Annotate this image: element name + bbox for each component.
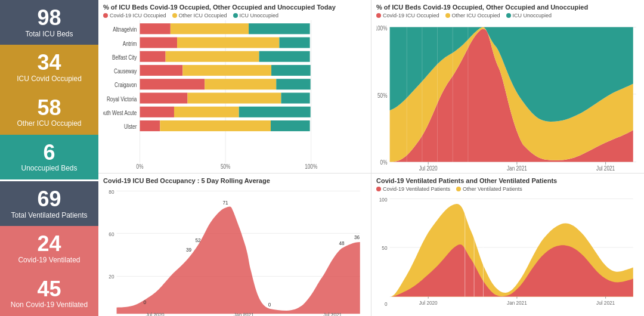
legend-label-other-icu-tr: Other ICU Occupied [452,13,500,18]
svg-text:0: 0 [143,300,146,305]
stacked-bar-chart: 0% 50% 100% Altnagelvin [103,20,366,171]
legend-other-vent: Other Ventilated Patients [456,186,522,192]
legend-label-other-vent: Other Ventilated Patients [463,186,522,192]
svg-text:0: 0 [385,302,388,307]
svg-text:100%: 100% [376,24,388,32]
svg-text:0%: 0% [380,159,388,166]
svg-rect-20 [271,65,311,76]
svg-text:48: 48 [339,241,345,246]
svg-text:Jul 2020: Jul 2020 [419,165,438,171]
legend-label-unoccupied-icu: ICU Unoccupied [240,13,279,18]
svg-rect-22 [140,79,205,89]
stat-label-unoccupied: Unoccupied Beds [17,164,80,174]
stat-covid-ventilated: 24 Covid-19 Ventilated [0,226,98,271]
bottom-right-legend: Covid-19 Ventilated Patients Other Venti… [376,186,639,192]
svg-text:Belfast City: Belfast City [112,54,137,61]
top-left-chart-container: % of ICU Beds Covid-19 Occupied, Other O… [98,0,371,173]
stat-number-non-covid-vent: 45 [37,277,61,301]
stat-number-unoccupied: 6 [43,141,55,165]
legend-dot-teal-tr [506,13,511,18]
stat-label-non-covid-vent: Non Covid-19 Ventilated [7,300,91,310]
top-right-chart-title: % of ICU Beds Covid-19 Occupied, Other O… [376,4,639,11]
legend-unoccupied-tr: ICU Unoccupied [506,13,552,18]
svg-text:Jul 2021: Jul 2021 [596,300,615,306]
svg-text:Jul 2020: Jul 2020 [419,300,438,306]
legend-dot-gold-br [456,187,461,191]
rolling-avg-chart: 80 60 20 71 52 39 48 36 [103,186,366,316]
stat-icu-covid: 34 ICU Covid Occupied [0,45,98,89]
svg-text:Causeway: Causeway [114,68,137,75]
svg-text:36: 36 [354,235,360,240]
legend-label-covid-icu: Covid-19 ICU Occupied [110,13,166,18]
svg-text:Craigavon: Craigavon [114,82,137,89]
stat-label-covid-vent: Covid-19 Ventilated [14,256,83,265]
ventilated-chart: 100 50 0 Jul 2020 [376,194,639,315]
top-right-chart-area: 100% 50% 0% [376,20,639,171]
svg-rect-24 [276,79,310,89]
bottom-right-chart-title: Covid-19 Ventilated Patients and Other V… [376,177,639,184]
stat-label-icu-covid: ICU Covid Occupied [13,75,85,84]
legend-label-covid-vent: Covid-19 Ventilated Patients [383,186,450,192]
svg-rect-18 [140,65,183,76]
svg-text:Jan 2021: Jan 2021 [507,300,527,306]
legend-label-unoccupied-tr: ICU Unoccupied [513,13,552,18]
legend-other-icu: Other ICU Occupied [172,13,227,18]
svg-rect-31 [174,107,239,117]
svg-text:South West Acute: South West Acute [103,110,137,116]
legend-label-other-icu: Other ICU Occupied [179,13,227,18]
svg-text:Royal Victoria: Royal Victoria [107,96,137,103]
svg-text:Altnagelvin: Altnagelvin [113,27,137,33]
svg-rect-19 [182,65,271,76]
svg-text:50%: 50% [377,91,388,99]
sidebar: 98 Total ICU Beds 34 ICU Covid Occupied … [0,0,98,316]
bottom-left-chart-title: Covid-19 ICU Bed Occupancy : 5 Day Rolli… [103,177,366,184]
stat-other-icu: 58 Other ICU Occupied [0,90,98,135]
stat-number-total-vent: 69 [37,187,61,211]
stat-number-other-icu: 58 [37,96,61,120]
svg-text:Jan 2021: Jan 2021 [507,165,527,171]
svg-text:100: 100 [379,197,388,202]
svg-text:39: 39 [186,247,192,253]
svg-text:71: 71 [223,200,229,206]
svg-rect-14 [140,51,166,62]
svg-rect-15 [166,51,259,62]
svg-rect-12 [279,37,309,48]
svg-rect-34 [140,120,160,131]
svg-text:Antrim: Antrim [123,41,137,47]
svg-text:20: 20 [109,274,114,280]
legend-dot-red [103,13,108,18]
top-charts-row: % of ICU Beds Covid-19 Occupied, Other O… [98,0,644,173]
legend-dot-teal [233,13,238,18]
legend-covid-icu-tr: Covid-19 ICU Occupied [376,13,439,18]
svg-text:Ulster: Ulster [124,123,137,130]
bottom-charts-row: Covid-19 ICU Bed Occupancy : 5 Day Rolli… [98,173,644,316]
svg-rect-16 [259,51,310,62]
svg-rect-32 [239,107,311,117]
svg-rect-23 [205,79,276,89]
svg-text:Jul 2021: Jul 2021 [596,165,615,171]
svg-rect-35 [160,120,271,131]
svg-rect-28 [281,92,309,103]
top-right-legend: Covid-19 ICU Occupied Other ICU Occupied… [376,13,639,18]
svg-text:50%: 50% [221,164,230,171]
legend-dot-red-tr [376,13,381,18]
legend-unoccupied-icu: ICU Unoccupied [233,13,279,18]
svg-text:100%: 100% [305,164,317,171]
svg-rect-10 [140,37,178,48]
legend-dot-gold-tr [445,13,450,18]
svg-text:0%: 0% [137,164,144,171]
svg-rect-26 [140,92,188,103]
svg-text:52: 52 [195,238,201,243]
legend-other-icu-tr: Other ICU Occupied [445,13,500,18]
stat-total-ventilated: 69 Total Ventilated Patients [0,181,98,226]
bottom-right-chart-container: Covid-19 Ventilated Patients and Other V… [371,174,644,316]
stat-non-covid-ventilated: 45 Non Covid-19 Ventilated [0,271,98,316]
legend-covid-vent: Covid-19 Ventilated Patients [376,186,450,192]
svg-text:50: 50 [382,246,388,251]
svg-text:60: 60 [109,232,114,237]
top-left-chart-title: % of ICU Beds Covid-19 Occupied, Other O… [103,4,366,11]
svg-rect-27 [188,92,281,103]
legend-covid-icu: Covid-19 ICU Occupied [103,13,166,18]
svg-rect-8 [249,23,310,34]
stat-number-icu-covid: 34 [37,51,61,75]
